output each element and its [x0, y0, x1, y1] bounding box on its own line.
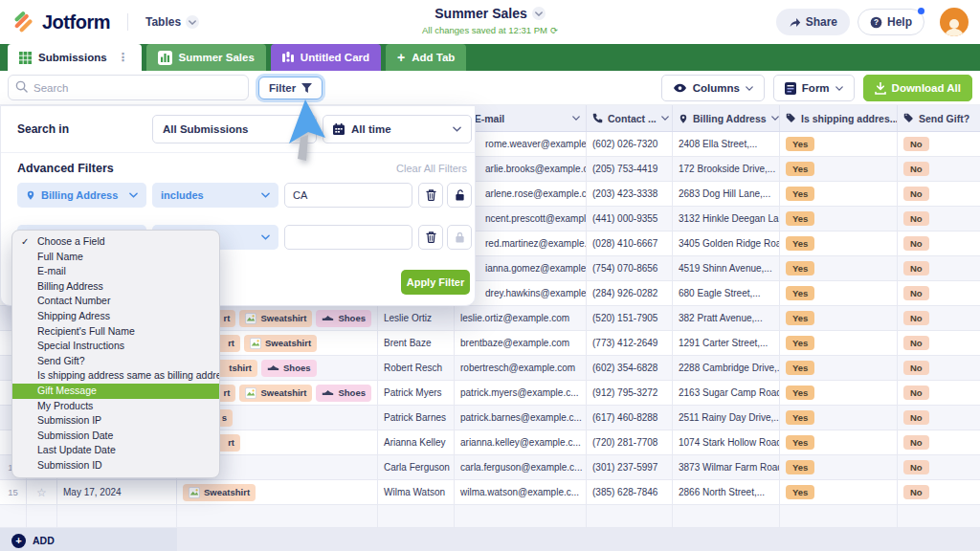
field-menu-item[interactable]: Shipping Adress — [12, 309, 219, 324]
cell-full-name[interactable]: Arianna Kelley — [378, 430, 455, 454]
cell-billing-address[interactable]: 2683 Dog Hill Lane,... — [673, 182, 780, 206]
product-tag[interactable]: Shoes — [316, 385, 371, 402]
cell-submission-date[interactable]: May 17, 2024 — [57, 480, 177, 504]
row-number[interactable]: 15 — [0, 480, 27, 504]
cell-my-products[interactable]: Sweatshirt — [177, 480, 378, 504]
field-menu-item[interactable]: My Products — [12, 399, 219, 414]
cell-send-gift[interactable]: No — [898, 480, 980, 504]
cell-full-name[interactable]: Robert Resch — [378, 356, 455, 380]
column-header-ship[interactable]: Is shipping addres... — [780, 105, 898, 131]
cell-is-shipping-same[interactable]: Yes — [780, 207, 898, 231]
cell-send-gift[interactable]: No — [898, 231, 980, 255]
field-menu-item[interactable]: Gift Message — [12, 384, 219, 399]
form-button[interactable]: Form — [773, 75, 855, 101]
cell-billing-address[interactable]: 2288 Cambridge Drive,... — [673, 356, 780, 380]
cell-is-shipping-same[interactable]: Yes — [780, 356, 898, 380]
rule1-delete-button[interactable] — [418, 183, 443, 208]
cell-send-gift[interactable]: No — [898, 207, 980, 231]
cell-contact-number[interactable]: (284) 926-0282 — [587, 281, 673, 305]
cell-full-name[interactable]: Patrick Barnes — [378, 406, 455, 430]
cell-billing-address[interactable]: 382 Pratt Avenue,... — [673, 306, 780, 330]
table-title[interactable]: Summer Sales — [434, 6, 546, 21]
cell-contact-number[interactable]: (441) 000-9355 — [587, 207, 673, 231]
cell-is-shipping-same[interactable]: Yes — [780, 430, 898, 454]
cell-is-shipping-same[interactable]: Yes — [780, 306, 898, 330]
scope-select[interactable]: All Submissions — [152, 115, 317, 143]
column-header-bill[interactable]: Billing Address — [673, 105, 780, 131]
product-tag[interactable]: Sweatshirt — [239, 310, 312, 327]
cell-send-gift[interactable]: No — [898, 455, 980, 479]
apply-filter-button[interactable]: Apply Filter — [401, 270, 470, 295]
cell-billing-address[interactable]: 2163 Sugar Camp Road,... — [673, 381, 780, 405]
cell-send-gift[interactable]: No — [898, 430, 980, 454]
cell-billing-address[interactable]: 4519 Shinn Avenue,... — [673, 256, 780, 280]
rule1-value-input[interactable] — [284, 183, 412, 208]
search-input[interactable] — [8, 75, 249, 100]
cell-billing-address[interactable]: 1074 Stark Hollow Road,... — [673, 430, 780, 454]
field-menu-item[interactable]: Submission ID — [12, 458, 219, 474]
cell-billing-address[interactable]: 2408 Ella Street,... — [673, 132, 780, 156]
user-avatar[interactable] — [940, 8, 969, 36]
share-button[interactable]: Share — [776, 9, 850, 35]
cell-billing-address[interactable]: 3405 Golden Ridge Road, — [673, 231, 780, 255]
rule1-operator-select[interactable]: includes — [152, 183, 278, 208]
tab-submissions[interactable]: Submissions ⋮ — [8, 44, 142, 71]
field-menu-item[interactable]: Billing Address — [12, 279, 219, 295]
cell-send-gift[interactable]: No — [898, 406, 980, 430]
cell-full-name[interactable]: Leslie Ortiz — [378, 306, 455, 330]
filter-button[interactable]: Filter — [258, 77, 323, 99]
star-icon[interactable]: ☆ — [27, 480, 57, 504]
cell-is-shipping-same[interactable]: Yes — [780, 256, 898, 280]
tables-menu[interactable]: Tables — [145, 15, 199, 29]
cell-email[interactable]: patrick.myers@example.c... — [455, 381, 587, 405]
cell-contact-number[interactable]: (754) 070-8656 — [587, 256, 673, 280]
cell-send-gift[interactable]: No — [898, 256, 980, 280]
cell-email[interactable]: leslie.ortiz@example.com — [455, 306, 587, 330]
cell-is-shipping-same[interactable]: Yes — [780, 406, 898, 430]
cell-email[interactable]: robertresch@example.com — [455, 356, 587, 380]
cell-billing-address[interactable]: 3132 Hinkle Deegan La... — [673, 207, 780, 231]
cell-contact-number[interactable]: (385) 628-7846 — [587, 480, 673, 504]
field-menu-item[interactable]: Send Gift? — [12, 354, 219, 369]
cell-send-gift[interactable]: No — [898, 132, 980, 156]
cell-contact-number[interactable]: (602) 026-7320 — [587, 132, 673, 156]
product-tag[interactable]: Sweatshirt — [239, 385, 312, 402]
cell-email[interactable]: carla.ferguson@example.c... — [455, 455, 587, 479]
cell-billing-address[interactable]: 2511 Rainy Day Drive,... — [673, 406, 780, 430]
cell-contact-number[interactable]: (301) 237-5997 — [587, 455, 673, 479]
rule2-delete-button[interactable] — [418, 225, 443, 250]
cell-is-shipping-same[interactable]: Yes — [780, 182, 898, 206]
cell-billing-address[interactable]: 2866 North Street,... — [673, 480, 780, 504]
product-tag[interactable]: Sweatshirt — [244, 335, 317, 352]
rule1-field-select[interactable]: Billing Address — [17, 183, 146, 208]
rule1-unlock-button[interactable] — [447, 183, 472, 208]
columns-button[interactable]: Columns — [661, 75, 765, 101]
cell-email[interactable]: arianna.kelley@example.c... — [455, 430, 587, 454]
rule2-value-input[interactable] — [284, 225, 412, 250]
cell-send-gift[interactable]: No — [898, 356, 980, 380]
tab-add[interactable]: + Add Tab — [386, 44, 466, 71]
cell-is-shipping-same[interactable]: Yes — [780, 381, 898, 405]
time-range-select[interactable]: All time — [323, 115, 472, 143]
cell-send-gift[interactable]: No — [898, 331, 980, 355]
cell-full-name[interactable]: Wilma Watson — [378, 480, 455, 504]
product-tag[interactable]: Sweatshirt — [183, 484, 256, 501]
field-menu-item[interactable]: Contact Number — [12, 294, 219, 309]
field-menu-item[interactable]: Is shipping address same as billing addr… — [12, 368, 219, 384]
cell-is-shipping-same[interactable]: Yes — [780, 157, 898, 181]
cell-full-name[interactable]: Brent Baze — [378, 331, 455, 355]
cell-email[interactable]: patrick.barnes@example.c... — [455, 406, 587, 430]
cell-contact-number[interactable]: (773) 412-2649 — [587, 331, 673, 355]
clear-all-filters-link[interactable]: Clear All Filters — [396, 163, 467, 174]
cell-is-shipping-same[interactable]: Yes — [780, 281, 898, 305]
add-entry-button[interactable]: + ADD — [0, 528, 177, 551]
cell-billing-address[interactable]: 1291 Carter Street,... — [673, 331, 780, 355]
cell-send-gift[interactable]: No — [898, 306, 980, 330]
cell-contact-number[interactable]: (602) 354-6828 — [587, 356, 673, 380]
tab-menu-icon[interactable]: ⋮ — [118, 51, 130, 64]
cell-email[interactable]: wilma.watson@example.c... — [455, 480, 587, 504]
help-button[interactable]: ? Help — [858, 9, 924, 35]
product-tag[interactable]: Shoes — [261, 360, 317, 377]
field-menu-item[interactable]: ✓Choose a Field — [12, 234, 219, 250]
product-tag[interactable]: Shoes — [316, 310, 371, 327]
